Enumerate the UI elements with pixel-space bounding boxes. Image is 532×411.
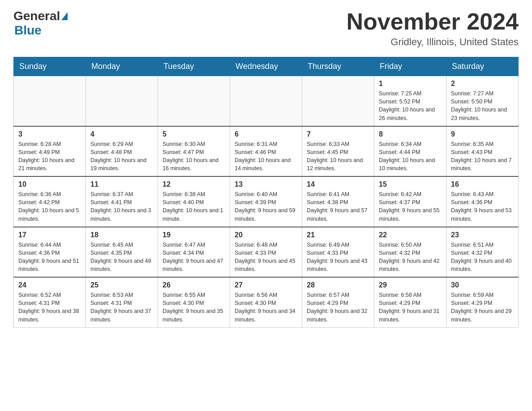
day-info: Sunrise: 6:58 AM Sunset: 4:29 PM Dayligh… — [379, 291, 442, 324]
calendar-cell — [86, 76, 158, 126]
calendar-cell: 21Sunrise: 6:49 AM Sunset: 4:33 PM Dayli… — [302, 227, 374, 278]
weekday-header-wednesday: Wednesday — [230, 57, 302, 76]
day-info: Sunrise: 6:34 AM Sunset: 4:44 PM Dayligh… — [379, 140, 442, 173]
day-info: Sunrise: 7:25 AM Sunset: 5:52 PM Dayligh… — [379, 90, 442, 122]
calendar-cell: 30Sunrise: 6:59 AM Sunset: 4:29 PM Dayli… — [446, 277, 519, 327]
day-info: Sunrise: 6:50 AM Sunset: 4:32 PM Dayligh… — [379, 241, 442, 274]
calendar-cell: 14Sunrise: 6:41 AM Sunset: 4:38 PM Dayli… — [302, 176, 374, 227]
day-info: Sunrise: 6:55 AM Sunset: 4:30 PM Dayligh… — [163, 291, 225, 324]
day-number: 25 — [90, 281, 153, 289]
calendar-cell: 16Sunrise: 6:43 AM Sunset: 4:36 PM Dayli… — [446, 176, 519, 227]
day-number: 29 — [379, 281, 442, 289]
weekday-header-sunday: Sunday — [14, 57, 86, 76]
calendar-cell: 22Sunrise: 6:50 AM Sunset: 4:32 PM Dayli… — [374, 227, 446, 278]
day-info: Sunrise: 6:37 AM Sunset: 4:41 PM Dayligh… — [90, 190, 153, 223]
day-info: Sunrise: 6:59 AM Sunset: 4:29 PM Dayligh… — [451, 291, 514, 324]
weekday-header-monday: Monday — [86, 57, 158, 76]
location-subtitle: Gridley, Illinois, United States — [347, 36, 519, 48]
day-info: Sunrise: 6:53 AM Sunset: 4:31 PM Dayligh… — [90, 291, 153, 324]
day-info: Sunrise: 6:49 AM Sunset: 4:33 PM Dayligh… — [307, 241, 369, 274]
day-number: 12 — [163, 180, 225, 188]
calendar-cell: 7Sunrise: 6:33 AM Sunset: 4:45 PM Daylig… — [302, 126, 374, 177]
day-number: 22 — [379, 231, 442, 239]
day-info: Sunrise: 6:48 AM Sunset: 4:33 PM Dayligh… — [235, 241, 297, 274]
day-info: Sunrise: 6:52 AM Sunset: 4:31 PM Dayligh… — [18, 291, 81, 324]
calendar-cell: 8Sunrise: 6:34 AM Sunset: 4:44 PM Daylig… — [374, 126, 446, 177]
day-info: Sunrise: 6:30 AM Sunset: 4:47 PM Dayligh… — [163, 140, 225, 173]
day-number: 21 — [307, 231, 369, 239]
day-info: Sunrise: 6:51 AM Sunset: 4:32 PM Dayligh… — [451, 241, 514, 274]
calendar-cell: 20Sunrise: 6:48 AM Sunset: 4:33 PM Dayli… — [230, 227, 302, 278]
calendar-cell: 1Sunrise: 7:25 AM Sunset: 5:52 PM Daylig… — [374, 76, 446, 126]
calendar-cell: 25Sunrise: 6:53 AM Sunset: 4:31 PM Dayli… — [86, 277, 158, 327]
weekday-header-tuesday: Tuesday — [158, 57, 230, 76]
calendar-cell — [230, 76, 302, 126]
weekday-header-saturday: Saturday — [446, 57, 519, 76]
day-number: 19 — [163, 231, 225, 239]
day-number: 30 — [451, 281, 514, 289]
day-info: Sunrise: 6:43 AM Sunset: 4:36 PM Dayligh… — [451, 190, 514, 223]
day-info: Sunrise: 6:38 AM Sunset: 4:40 PM Dayligh… — [163, 190, 225, 223]
calendar-cell: 2Sunrise: 7:27 AM Sunset: 5:50 PM Daylig… — [446, 76, 519, 126]
weekday-header-row: SundayMondayTuesdayWednesdayThursdayFrid… — [14, 57, 519, 76]
calendar-week-row: 17Sunrise: 6:44 AM Sunset: 4:36 PM Dayli… — [14, 227, 519, 278]
day-number: 23 — [451, 231, 514, 239]
calendar-cell: 12Sunrise: 6:38 AM Sunset: 4:40 PM Dayli… — [158, 176, 230, 227]
day-info: Sunrise: 6:29 AM Sunset: 4:48 PM Dayligh… — [90, 140, 153, 173]
logo-area: General Blue — [13, 9, 68, 38]
calendar-cell: 10Sunrise: 6:36 AM Sunset: 4:42 PM Dayli… — [14, 176, 86, 227]
day-number: 17 — [18, 231, 81, 239]
day-number: 4 — [90, 130, 153, 138]
calendar-cell: 23Sunrise: 6:51 AM Sunset: 4:32 PM Dayli… — [446, 227, 519, 278]
calendar-cell: 9Sunrise: 6:35 AM Sunset: 4:43 PM Daylig… — [446, 126, 519, 177]
calendar-cell: 17Sunrise: 6:44 AM Sunset: 4:36 PM Dayli… — [14, 227, 86, 278]
day-info: Sunrise: 6:41 AM Sunset: 4:38 PM Dayligh… — [307, 190, 369, 223]
day-number: 1 — [379, 80, 442, 88]
day-info: Sunrise: 6:47 AM Sunset: 4:34 PM Dayligh… — [163, 241, 225, 274]
logo-general-text: General — [13, 9, 60, 23]
month-title: November 2024 — [347, 9, 519, 34]
day-number: 3 — [18, 130, 81, 138]
day-number: 11 — [90, 180, 153, 188]
calendar-week-row: 24Sunrise: 6:52 AM Sunset: 4:31 PM Dayli… — [14, 277, 519, 327]
day-number: 27 — [235, 281, 297, 289]
calendar-cell: 6Sunrise: 6:31 AM Sunset: 4:46 PM Daylig… — [230, 126, 302, 177]
day-number: 6 — [235, 130, 297, 138]
calendar-cell: 5Sunrise: 6:30 AM Sunset: 4:47 PM Daylig… — [158, 126, 230, 177]
calendar-cell: 27Sunrise: 6:56 AM Sunset: 4:30 PM Dayli… — [230, 277, 302, 327]
day-info: Sunrise: 6:36 AM Sunset: 4:42 PM Dayligh… — [18, 190, 81, 223]
day-number: 15 — [379, 180, 442, 188]
day-info: Sunrise: 6:44 AM Sunset: 4:36 PM Dayligh… — [18, 241, 81, 274]
day-number: 20 — [235, 231, 297, 239]
calendar-cell: 4Sunrise: 6:29 AM Sunset: 4:48 PM Daylig… — [86, 126, 158, 177]
day-info: Sunrise: 7:27 AM Sunset: 5:50 PM Dayligh… — [451, 90, 514, 122]
logo-blue-text: Blue — [14, 23, 42, 37]
day-info: Sunrise: 6:33 AM Sunset: 4:45 PM Dayligh… — [307, 140, 369, 173]
day-number: 7 — [307, 130, 369, 138]
weekday-header-thursday: Thursday — [302, 57, 374, 76]
calendar-week-row: 10Sunrise: 6:36 AM Sunset: 4:42 PM Dayli… — [14, 176, 519, 227]
calendar-cell — [302, 76, 374, 126]
calendar-cell: 3Sunrise: 6:28 AM Sunset: 4:49 PM Daylig… — [14, 126, 86, 177]
calendar-cell: 13Sunrise: 6:40 AM Sunset: 4:39 PM Dayli… — [230, 176, 302, 227]
calendar-cell: 18Sunrise: 6:45 AM Sunset: 4:35 PM Dayli… — [86, 227, 158, 278]
calendar-cell: 26Sunrise: 6:55 AM Sunset: 4:30 PM Dayli… — [158, 277, 230, 327]
day-number: 8 — [379, 130, 442, 138]
day-info: Sunrise: 6:28 AM Sunset: 4:49 PM Dayligh… — [18, 140, 81, 173]
day-number: 28 — [307, 281, 369, 289]
day-number: 24 — [18, 281, 81, 289]
calendar-cell: 15Sunrise: 6:42 AM Sunset: 4:37 PM Dayli… — [374, 176, 446, 227]
calendar-cell — [14, 76, 86, 126]
day-number: 18 — [90, 231, 153, 239]
day-number: 2 — [451, 80, 514, 88]
day-number: 10 — [18, 180, 81, 188]
day-info: Sunrise: 6:35 AM Sunset: 4:43 PM Dayligh… — [451, 140, 514, 173]
calendar-cell: 29Sunrise: 6:58 AM Sunset: 4:29 PM Dayli… — [374, 277, 446, 327]
day-info: Sunrise: 6:57 AM Sunset: 4:29 PM Dayligh… — [307, 291, 369, 324]
logo-triangle-icon — [61, 12, 68, 20]
day-info: Sunrise: 6:31 AM Sunset: 4:46 PM Dayligh… — [235, 140, 297, 173]
calendar-cell: 19Sunrise: 6:47 AM Sunset: 4:34 PM Dayli… — [158, 227, 230, 278]
day-info: Sunrise: 6:45 AM Sunset: 4:35 PM Dayligh… — [90, 241, 153, 274]
calendar-cell — [158, 76, 230, 126]
calendar-cell: 28Sunrise: 6:57 AM Sunset: 4:29 PM Dayli… — [302, 277, 374, 327]
